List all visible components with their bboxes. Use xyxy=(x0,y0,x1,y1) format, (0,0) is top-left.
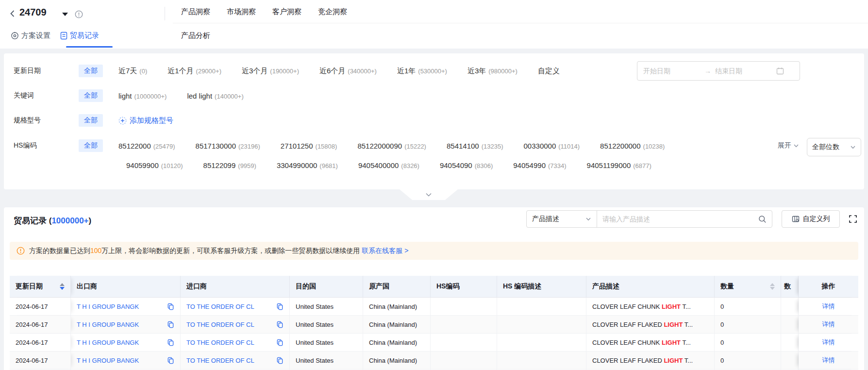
filter-row-keyword: 关键词 全部 light(1000000+) led light(140000+… xyxy=(14,86,854,105)
importer-link[interactable]: TO THE ORDER OF CL xyxy=(186,339,254,346)
exporter-link[interactable]: T H I GROUP BANGK xyxy=(77,321,139,328)
sort-quantity[interactable] xyxy=(766,283,775,290)
tab-customer-insight[interactable]: 客户洞察 xyxy=(272,7,301,17)
filter-row-hs-code: HS编码 全部 85122000(25479) 8517130000(23196… xyxy=(14,136,854,155)
date-range-picker[interactable]: → xyxy=(637,61,800,81)
hs-option[interactable]: 85122099(9959) xyxy=(203,161,256,169)
copy-icon[interactable] xyxy=(276,357,284,364)
search-icon[interactable] xyxy=(758,215,767,223)
hs-option[interactable]: 3304990000(9681) xyxy=(277,161,338,169)
detail-link[interactable]: 详情 xyxy=(822,356,835,365)
update-date-all-chip[interactable]: 全部 xyxy=(79,65,103,77)
cell-product: CLOVER LEAF FLAKED LIGHT T... xyxy=(586,316,715,333)
title-caret-down-icon[interactable] xyxy=(62,13,68,16)
cell-origin: China (Mainland) xyxy=(363,316,431,333)
hs-option[interactable]: 94054090(8306) xyxy=(440,161,493,169)
hs-all-chip[interactable]: 全部 xyxy=(79,139,103,152)
search-input[interactable] xyxy=(602,215,758,223)
collapse-filters-button[interactable] xyxy=(400,189,458,200)
col-header-destination: 目的国 xyxy=(290,276,363,297)
contact-support-link[interactable]: 联系在线客服 > xyxy=(362,247,408,254)
importer-link[interactable]: TO THE ORDER OF CL xyxy=(186,357,254,364)
sort-date[interactable] xyxy=(56,283,65,290)
cell-importer: TO THE ORDER OF CL xyxy=(181,352,290,369)
exporter-link[interactable]: T H I GROUP BANGK xyxy=(77,303,139,310)
col-header-quantity[interactable]: 数量 xyxy=(715,276,781,297)
copy-icon[interactable] xyxy=(167,339,174,346)
spec-all-chip[interactable]: 全部 xyxy=(79,114,103,127)
trade-records-panel: 贸易记录 (1000000+) 产品描述 自定义列 方案的数据量已达到100万上… xyxy=(4,207,864,370)
hs-option[interactable]: 94054990(7334) xyxy=(513,161,566,169)
hs-option[interactable]: 94051199000(6877) xyxy=(587,161,651,169)
hs-option[interactable]: 9405400000(8326) xyxy=(358,161,419,169)
hs-option[interactable]: 8517130000(23196) xyxy=(196,142,260,150)
nav-trade-records[interactable]: 贸易记录 xyxy=(60,31,99,40)
hs-expand-toggle[interactable]: 展开 xyxy=(778,139,799,152)
hs-option[interactable]: 8512200000(10238) xyxy=(600,142,665,150)
cell-date: 2024-06-17 xyxy=(10,316,71,333)
copy-icon[interactable] xyxy=(167,303,174,310)
hs-option[interactable]: 94059900(10120) xyxy=(126,161,183,169)
exporter-link[interactable]: T H I GROUP BANGK xyxy=(77,339,139,346)
keyword-all-chip[interactable]: 全部 xyxy=(79,89,103,102)
customize-columns-button[interactable]: 自定义列 xyxy=(782,210,840,228)
detail-link[interactable]: 详情 xyxy=(822,302,835,311)
col-header-date[interactable]: 更新日期 xyxy=(10,276,71,297)
search-field-select[interactable]: 产品描述 xyxy=(526,210,597,228)
detail-link[interactable]: 详情 xyxy=(822,320,835,329)
nav-plan-settings[interactable]: 方案设置 xyxy=(11,31,50,40)
tab-product-insight[interactable]: 产品洞察 xyxy=(181,7,210,17)
info-icon[interactable] xyxy=(75,10,83,18)
add-spec-button[interactable]: 添加规格型号 xyxy=(118,116,173,125)
cell-action: 详情 xyxy=(799,316,858,333)
copy-icon[interactable] xyxy=(167,357,174,364)
cell-action: 详情 xyxy=(799,298,858,315)
col-header-exporter: 出口商 xyxy=(71,276,181,297)
copy-icon[interactable] xyxy=(276,321,284,328)
filter-row-hs-code-line2: 94059900(10120) 85122099(9959) 330499000… xyxy=(126,155,854,175)
hs-option[interactable]: 00330000(11014) xyxy=(524,142,580,150)
hs-option[interactable]: 85414100(13235) xyxy=(447,142,503,150)
copy-icon[interactable] xyxy=(276,339,284,346)
hs-option[interactable]: 27101250(15808) xyxy=(281,142,337,150)
detail-link[interactable]: 详情 xyxy=(822,338,835,347)
hs-option[interactable]: 85122000(25479) xyxy=(118,142,175,150)
option-3y[interactable]: 近3年(980000+) xyxy=(467,67,517,76)
option-6m[interactable]: 近6个月(340000+) xyxy=(319,67,377,76)
document-icon xyxy=(60,32,67,40)
copy-icon[interactable] xyxy=(276,303,284,310)
option-custom[interactable]: 自定义 xyxy=(538,67,560,76)
tab-competitor-insight[interactable]: 竞企洞察 xyxy=(318,7,347,17)
trade-records-table: 更新日期 出口商 进口商 目的国 原产国 HS编码 HS 编码描述 产品描述 数… xyxy=(10,276,858,370)
importer-link[interactable]: TO THE ORDER OF CL xyxy=(186,321,254,328)
cell-destination: United States xyxy=(290,316,363,333)
cell-date: 2024-06-17 xyxy=(10,298,71,315)
tab-market-insight[interactable]: 市场洞察 xyxy=(227,7,256,17)
option-1m[interactable]: 近1个月(29000+) xyxy=(167,67,221,76)
hs-digits-select[interactable]: 全部位数 xyxy=(807,138,861,156)
exporter-link[interactable]: T H I GROUP BANGK xyxy=(77,357,139,364)
copy-icon[interactable] xyxy=(167,321,174,328)
importer-link[interactable]: TO THE ORDER OF CL xyxy=(186,303,254,310)
cell-qty2 xyxy=(781,316,799,333)
quota-warning-banner: 方案的数据量已达到100万上限，将会影响数据的更新，可联系客服升级方案，或删除一… xyxy=(10,242,858,260)
col-header-importer: 进口商 xyxy=(181,276,290,297)
cell-hs-desc xyxy=(497,298,586,315)
keyword-led-light[interactable]: led light(140000+) xyxy=(187,92,243,100)
filter-label-update-date: 更新日期 xyxy=(14,67,79,75)
record-count: 1000000+ xyxy=(51,216,88,225)
option-3m[interactable]: 近3个月(190000+) xyxy=(242,67,299,76)
cell-qty2 xyxy=(781,334,799,351)
hs-option[interactable]: 85122000090(15222) xyxy=(357,142,426,150)
start-date-input[interactable] xyxy=(643,67,701,75)
end-date-input[interactable] xyxy=(715,67,772,75)
option-1y[interactable]: 近1年(530000+) xyxy=(397,67,447,76)
fullscreen-icon[interactable] xyxy=(847,213,859,225)
search-box[interactable] xyxy=(597,210,772,228)
option-7d[interactable]: 近7天(0) xyxy=(118,67,147,76)
col-header-action: 操作 xyxy=(799,276,858,297)
keyword-light[interactable]: light(1000000+) xyxy=(118,92,167,100)
back-icon[interactable] xyxy=(8,9,17,18)
cell-exporter: T H I GROUP BANGK xyxy=(71,334,181,351)
tab-product-analysis[interactable]: 产品分析 xyxy=(181,28,210,43)
